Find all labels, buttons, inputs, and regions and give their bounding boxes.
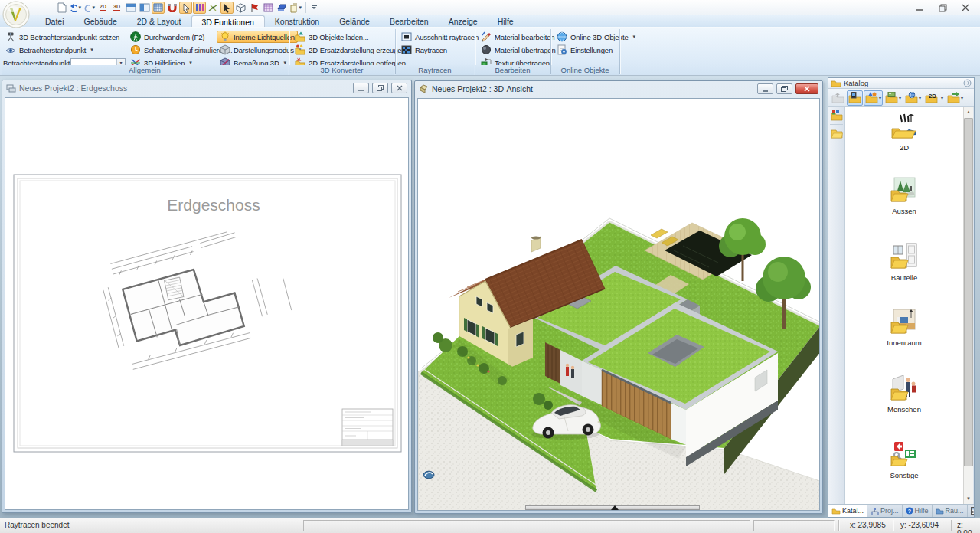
view-3d-icon[interactable]: 3D xyxy=(110,2,123,14)
catalog-item-list: 2D Aussen xyxy=(845,107,963,504)
catalog-item-bauteile[interactable]: Bauteile xyxy=(845,242,963,282)
tab-2d-layout[interactable]: 2D & Layout xyxy=(127,15,191,27)
camera-tripod-icon xyxy=(5,31,16,42)
app-logo[interactable] xyxy=(2,1,30,28)
view3d-restore-button[interactable] xyxy=(776,83,792,94)
copy-page-icon[interactable] xyxy=(289,2,302,14)
grid-snap-icon[interactable] xyxy=(152,2,165,14)
catalog-aussen-thumb-icon xyxy=(890,175,919,204)
walkthrough-button[interactable]: Durchwandern (F2) xyxy=(127,31,207,43)
tab-katalog[interactable]: Katal... xyxy=(828,505,867,517)
rail-all-catalogs-icon[interactable] xyxy=(831,110,843,121)
tab-konstruktion[interactable]: Konstruktion xyxy=(265,15,329,27)
minimize-button[interactable] xyxy=(908,0,931,15)
tab-projekt[interactable]: Proj... xyxy=(867,505,903,517)
create-2d-replacement-button[interactable]: 2D-Ersatzdarstellung erzeugen... xyxy=(292,44,414,56)
catalog-scrollbar[interactable]: ▲ ▼ xyxy=(963,107,973,504)
raytrace-button[interactable]: Raytracen xyxy=(398,44,450,56)
object-3d-icon[interactable] xyxy=(234,2,247,14)
measure-axis-icon[interactable] xyxy=(207,2,220,14)
scroll-down-icon[interactable]: ▼ xyxy=(964,494,973,504)
cursor-snap-icon[interactable] xyxy=(179,2,192,14)
tab-gelaende[interactable]: Gelände xyxy=(329,15,380,27)
magnet-snap-icon[interactable] xyxy=(165,2,178,14)
eraser-wedge-icon[interactable] xyxy=(276,2,289,14)
catalog-item-label: Bauteile xyxy=(845,273,963,282)
folder-3d-icon xyxy=(295,31,305,42)
qat-customize-icon[interactable] xyxy=(309,2,318,13)
tab-gebaeude[interactable]: Gebäude xyxy=(74,15,127,27)
tab-3d-funktionen[interactable]: 3D Funktionen xyxy=(191,15,265,27)
view-tilt-slider[interactable] xyxy=(525,505,700,510)
floorplan-canvas[interactable]: Erdgeschoss xyxy=(5,97,409,510)
scroll-thumb[interactable] xyxy=(964,118,973,466)
coordinate-y: y: -23,6094 xyxy=(900,521,939,529)
tab-datei[interactable]: Datei xyxy=(35,15,74,27)
online-3d-objects-button[interactable]: Online 3D-Objekte xyxy=(554,31,639,43)
catalog-3d-objects-icon[interactable]: ▾ xyxy=(864,90,883,106)
view3d-minimize-button[interactable] xyxy=(757,83,773,94)
catalog-item-aussen[interactable]: Aussen xyxy=(845,175,963,215)
view3d-close-button[interactable] xyxy=(795,83,818,94)
view-2d-icon[interactable]: 2D xyxy=(96,2,109,14)
tab-hilfe-panel[interactable]: ? Hilfe xyxy=(903,505,933,517)
settings-button[interactable]: Einstellungen xyxy=(554,44,616,56)
tab-massen[interactable]: Mass... xyxy=(968,505,974,517)
tab-raeume[interactable]: Rau... xyxy=(933,505,968,517)
catalog-item-innenraum[interactable]: Innenraum xyxy=(845,307,963,347)
catalog-2d-icon[interactable]: 2D▾ xyxy=(923,90,945,106)
title-bar: 2D 3D xyxy=(0,0,980,15)
floorplan-restore-button[interactable] xyxy=(372,83,388,93)
catalog-up-icon[interactable] xyxy=(830,90,846,106)
catalog-item-2d[interactable]: 2D xyxy=(845,112,963,152)
catalog-materials-icon[interactable]: ▾ xyxy=(884,90,903,106)
status-empty-panel xyxy=(753,520,835,531)
load-3d-objects-button[interactable]: 3D Objekte laden... xyxy=(292,31,371,43)
catalog-folder-icon xyxy=(831,79,841,87)
floorplan-window-titlebar[interactable]: Neues Projekt2 : Erdgeschoss xyxy=(2,80,411,96)
group-label-allgemein: Allgemein xyxy=(2,65,288,75)
scroll-up-icon[interactable]: ▲ xyxy=(964,107,973,117)
catalog-innenraum-thumb-icon xyxy=(890,307,919,336)
coordinate-x: x: 23,9085 xyxy=(850,521,886,529)
tab-anzeige[interactable]: Anzeige xyxy=(439,15,488,27)
set-viewpoint-button[interactable]: 3D Betrachterstandpunkt setzen xyxy=(2,31,122,43)
katalog-tab-icon xyxy=(831,508,841,515)
tab-bearbeiten[interactable]: Bearbeiten xyxy=(380,15,439,27)
viewpoint-button[interactable]: Betrachterstandpunkt xyxy=(2,44,96,56)
viewpoint-label: Betrachterstandpunkt xyxy=(19,46,86,54)
tab-hilfe[interactable]: Hilfe xyxy=(488,15,524,27)
catalog-item-menschen[interactable]: Menschen xyxy=(845,374,963,414)
texture-grid-icon[interactable] xyxy=(262,2,275,14)
raytrace-region-button[interactable]: Ausschnitt raytracen xyxy=(398,31,482,43)
edit-material-button[interactable]: Material bearbeiten xyxy=(478,31,557,43)
catalog-item-sonstige[interactable]: Sonstige xyxy=(845,440,963,479)
internal-lights-button[interactable]: Interne Lichtquellen xyxy=(217,31,298,43)
select-arrow-icon[interactable] xyxy=(220,2,234,14)
coordinate-z: z: 0,00 xyxy=(957,521,980,533)
close-button[interactable] xyxy=(954,0,977,15)
catalog-titlebar[interactable]: Katalog xyxy=(828,78,974,89)
rail-folder-icon[interactable] xyxy=(831,128,843,139)
view3d-canvas[interactable] xyxy=(417,98,820,511)
catalog-import-icon[interactable]: ▾ xyxy=(946,90,965,106)
split-horizontal-icon[interactable] xyxy=(124,2,137,14)
transfer-material-button[interactable]: Material übertragen xyxy=(478,44,559,56)
status-bar: Raytracen beendet x: 23,9085 y: -23,6094… xyxy=(0,518,980,533)
catalog-internet-icon[interactable]: ▾ xyxy=(903,90,923,106)
new-document-icon[interactable] xyxy=(55,2,68,14)
guide-columns-icon[interactable] xyxy=(193,2,206,14)
catalog-devices-icon[interactable] xyxy=(847,90,863,106)
split-vertical-icon[interactable] xyxy=(138,2,151,14)
material-flag-icon[interactable] xyxy=(248,2,261,14)
floorplan-minimize-button[interactable] xyxy=(353,83,369,93)
restore-button[interactable] xyxy=(931,0,954,15)
view3d-window-titlebar[interactable]: Neues Projekt2 : 3D-Ansicht xyxy=(415,81,822,96)
floorplan-close-button[interactable] xyxy=(391,83,407,93)
material-sphere-icon xyxy=(481,44,492,55)
catalog-pin-icon[interactable] xyxy=(963,79,972,87)
slider-thumb[interactable] xyxy=(611,502,619,510)
undo-icon[interactable] xyxy=(69,2,82,14)
catalog-title: Katalog xyxy=(844,79,961,87)
redo-icon[interactable] xyxy=(83,2,96,14)
